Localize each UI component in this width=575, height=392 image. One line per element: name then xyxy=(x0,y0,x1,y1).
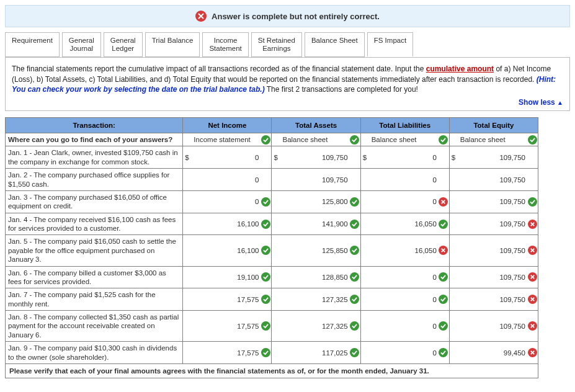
transaction-desc: Jan. 2 - The company purchased office su… xyxy=(6,169,183,191)
tab-general-ledger[interactable]: General Ledger xyxy=(104,32,143,57)
footer-text: Please verify that each of your final am… xyxy=(6,363,538,378)
value-cell[interactable]: 125,800 xyxy=(272,190,360,213)
header-total-liabilities: Total Liabilities xyxy=(360,118,449,133)
instr-part3: The first 2 transactions are completed f… xyxy=(265,85,418,94)
x-icon xyxy=(528,246,537,255)
value-cell[interactable]: 109,750 xyxy=(449,235,538,266)
tab-line1: Income xyxy=(209,37,241,45)
check-icon xyxy=(261,272,270,282)
value-cell[interactable]: 0 xyxy=(360,266,449,288)
value-cell[interactable]: 109,750 xyxy=(449,190,538,213)
value-cell[interactable]: 128,850 xyxy=(272,266,360,288)
cell-value: 0 xyxy=(192,176,260,184)
check-icon xyxy=(261,321,270,331)
tab-line2: Statement xyxy=(209,45,241,53)
value-cell[interactable]: 17,575 xyxy=(183,288,272,311)
value-cell[interactable]: $109,750 xyxy=(449,146,538,169)
tab-requirement[interactable]: Requirement xyxy=(5,32,60,57)
x-icon xyxy=(528,321,537,331)
tab-general-journal[interactable]: General Journal xyxy=(62,32,101,57)
currency-symbol: $ xyxy=(450,154,458,161)
value-cell[interactable]: 16,050 xyxy=(360,213,449,235)
value-cell[interactable]: 109,750 xyxy=(449,311,538,342)
table-row: Jan. 8 - The company collected $1,350 ca… xyxy=(6,311,538,342)
error-icon xyxy=(195,11,207,22)
value-cell[interactable]: 99,450 xyxy=(449,342,538,364)
status-banner: Answer is complete but not entirely corr… xyxy=(5,5,570,27)
value-cell[interactable]: 127,325 xyxy=(272,288,360,311)
cell-value: 0 xyxy=(370,323,438,330)
tab-retained-earnings[interactable]: St Retained Earnings xyxy=(251,32,302,57)
fs-impact-table: Transaction: Net Income Total Assets Tot… xyxy=(5,117,538,378)
value-cell[interactable]: Balance sheet xyxy=(272,133,360,146)
value-cell[interactable]: 117,025 xyxy=(272,342,360,364)
check-icon xyxy=(439,135,448,145)
value-cell[interactable]: $0 xyxy=(360,146,449,169)
cell-value: 99,450 xyxy=(458,349,527,357)
header-transaction: Transaction: xyxy=(6,118,183,133)
table-row: Jan. 9 - The company paid $10,300 cash i… xyxy=(6,342,538,364)
cell-value: 0 xyxy=(370,176,438,184)
check-icon xyxy=(261,348,270,357)
cell-value: 16,100 xyxy=(192,220,260,228)
tab-income-statement[interactable]: Income Statement xyxy=(202,32,248,57)
currency-symbol: $ xyxy=(183,154,192,161)
value-cell[interactable]: Balance sheet xyxy=(449,133,538,146)
transaction-desc: Jan. 5 - The company paid $16,050 cash t… xyxy=(6,235,183,266)
value-cell[interactable]: 16,100 xyxy=(183,213,272,235)
cell-value: 109,750 xyxy=(458,274,527,281)
value-cell[interactable]: 0 xyxy=(360,190,449,213)
check-icon xyxy=(350,321,359,331)
x-icon xyxy=(528,348,537,357)
value-cell[interactable]: $0 xyxy=(183,146,272,169)
cell-value: 17,575 xyxy=(192,323,260,330)
value-cell[interactable]: 0 xyxy=(360,342,449,364)
value-cell[interactable]: 17,575 xyxy=(183,311,272,342)
cell-value: 125,800 xyxy=(280,198,349,205)
value-cell[interactable]: 109,750 xyxy=(449,169,538,191)
transaction-desc: Jan. 9 - The company paid $10,300 cash i… xyxy=(6,342,183,364)
cell-value: 109,750 xyxy=(458,323,527,330)
currency-symbol: $ xyxy=(361,154,370,161)
tab-line1: St Retained xyxy=(258,37,295,45)
value-cell[interactable]: Balance sheet xyxy=(360,133,449,146)
value-cell[interactable]: 0 xyxy=(360,169,449,191)
value-cell[interactable]: 16,050 xyxy=(360,235,449,266)
header-net-income: Net Income xyxy=(183,118,272,133)
cell-value: 0 xyxy=(370,274,438,281)
cell-value: 125,850 xyxy=(280,247,349,254)
value-cell[interactable]: 109,750 xyxy=(272,169,360,191)
header-total-assets: Total Assets xyxy=(272,118,360,133)
value-cell[interactable]: 0 xyxy=(183,190,272,213)
check-icon xyxy=(528,197,537,207)
tab-fs-impact[interactable]: FS Impact xyxy=(367,32,413,57)
value-cell[interactable]: 141,900 xyxy=(272,213,360,235)
cell-value: 109,750 xyxy=(458,154,527,161)
value-cell[interactable]: 16,100 xyxy=(183,235,272,266)
value-cell[interactable]: 109,750 xyxy=(449,288,538,311)
value-cell[interactable]: 0 xyxy=(360,288,449,311)
value-cell[interactable]: 0 xyxy=(183,169,272,191)
value-cell[interactable]: 125,850 xyxy=(272,235,360,266)
value-cell[interactable]: 19,100 xyxy=(183,266,272,288)
tab-balance-sheet[interactable]: Balance Sheet xyxy=(305,32,365,57)
check-icon xyxy=(261,295,270,304)
value-cell[interactable]: $109,750 xyxy=(272,146,360,169)
value-cell[interactable]: 109,750 xyxy=(449,266,538,288)
footer-row: Please verify that each of your final am… xyxy=(6,363,538,378)
value-cell[interactable]: 109,750 xyxy=(449,213,538,235)
check-icon xyxy=(350,220,359,229)
check-icon xyxy=(261,220,270,229)
value-cell[interactable]: 127,325 xyxy=(272,311,360,342)
tab-trial-balance[interactable]: Trial Balance xyxy=(145,32,200,57)
table-body: Where can you go to find each of your an… xyxy=(6,133,538,364)
value-cell[interactable]: Income statement xyxy=(183,133,272,146)
tab-bar: Requirement General Journal General Ledg… xyxy=(5,32,570,57)
cell-value: 127,325 xyxy=(280,296,349,303)
value-cell[interactable]: 17,575 xyxy=(183,342,272,364)
value-cell[interactable]: 0 xyxy=(360,311,449,342)
cell-value: 0 xyxy=(370,349,438,357)
tab-line2: Ledger xyxy=(110,45,136,53)
cell-value: 17,575 xyxy=(192,296,260,303)
show-less-link[interactable]: Show less ▲ xyxy=(12,98,563,107)
